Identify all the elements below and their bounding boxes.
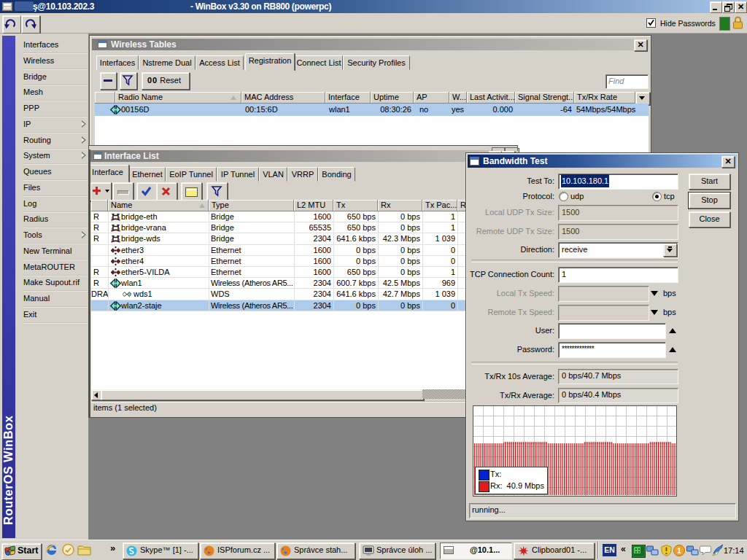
svg-text:1: 1 [677,547,681,555]
